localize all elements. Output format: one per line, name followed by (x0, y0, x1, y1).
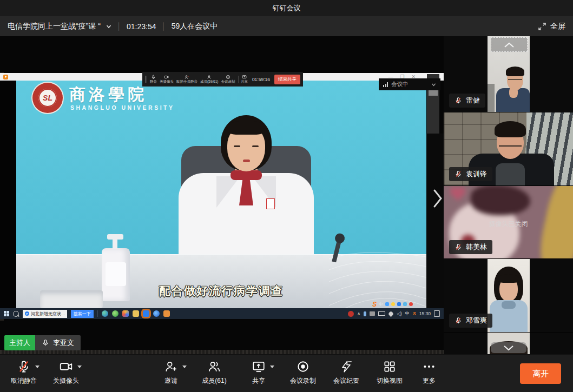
participant-name-pill: 雷健 (449, 94, 485, 108)
notification-icon[interactable] (434, 310, 440, 317)
shared-camera-label: 关摄像头 (160, 80, 174, 84)
shared-share-button[interactable]: 共享 (241, 75, 248, 84)
more-button[interactable]: 更多 (408, 360, 450, 386)
meeting-status-pill[interactable]: 会议中 (379, 78, 440, 90)
leave-button[interactable]: 离开 (520, 363, 561, 384)
screen-share-view[interactable]: — ❐ ✕ SL 商洛學院 SHANGLUO UNIVERSITY (0, 36, 444, 354)
signal-bars-icon (383, 82, 388, 87)
lecture-video: SL 商洛學院 SHANGLUO UNIVERSITY (16, 81, 426, 308)
active-app-icon[interactable] (143, 310, 149, 317)
dropdown-caret-icon[interactable] (35, 366, 39, 368)
dropdown-caret-icon[interactable] (77, 366, 82, 368)
switch-view-button[interactable]: 切换视图 (368, 360, 411, 386)
meeting-status-label: 会议中 (391, 81, 409, 88)
fullscreen-button[interactable]: 全屏 (538, 22, 565, 31)
video-background (488, 84, 495, 112)
tray-app-icon[interactable] (348, 311, 354, 317)
sogou-tray-icon[interactable]: S (413, 311, 416, 316)
mic-icon (151, 75, 156, 79)
mic-muted-icon (455, 317, 462, 324)
ime-indicator[interactable]: 中 (405, 310, 410, 317)
shared-mute-button[interactable]: 静音 (150, 75, 157, 84)
participant-tile[interactable]: 邓雪爽 (444, 259, 573, 332)
tray-snip-icon[interactable] (370, 311, 375, 316)
mic-tool-icon (397, 302, 401, 306)
shared-record-button[interactable]: 会议录制 (221, 75, 235, 84)
app-icon-green[interactable] (112, 310, 118, 317)
mic-muted-icon (455, 97, 462, 104)
meeting-title: 电信学院同上一堂战“疫”课 “ (8, 22, 101, 31)
participant-tile[interactable]: 雷健 (444, 36, 573, 112)
chevron-down-icon[interactable] (431, 82, 436, 87)
app-icon-orange[interactable] (163, 310, 170, 317)
minutes-button[interactable]: 会议纪要 (325, 360, 367, 386)
app-icon-blue[interactable] (153, 310, 160, 317)
tray-clock[interactable]: 15:30 (419, 311, 431, 316)
invite-button[interactable]: 邀请 (150, 360, 192, 386)
emoji-icon (391, 302, 395, 306)
shared-members-label: 成员(59/61) (200, 80, 219, 84)
battery-icon[interactable] (378, 311, 385, 316)
drag-handle-icon[interactable] (145, 76, 147, 83)
unmute-button[interactable]: 取消静音 (3, 360, 45, 386)
members-button[interactable]: 成员(61) (193, 360, 235, 386)
windows-start-icon[interactable] (4, 311, 9, 316)
shared-camera-button[interactable]: 关摄像头 (160, 75, 174, 84)
video-letterbox-right (426, 134, 444, 308)
volume-icon[interactable]: ◁) (397, 311, 401, 316)
shared-members-button[interactable]: 成员(59/61) (200, 75, 219, 84)
participant-figure (499, 141, 522, 147)
scroll-up-button[interactable] (491, 37, 528, 52)
app-icon-triangle[interactable] (122, 310, 129, 317)
file-explorer-icon[interactable] (133, 310, 139, 317)
camera-off-text: 摄像头已关闭 (444, 220, 573, 229)
fullscreen-icon (538, 22, 546, 31)
host-badge: 主持人 (4, 335, 35, 350)
minutes-flash-icon (339, 360, 353, 374)
wifi-icon[interactable] (388, 310, 394, 316)
participant-tile[interactable]: 袁训锋 (444, 112, 573, 185)
host-name: 李亚文 (53, 338, 74, 348)
participant-figure (506, 67, 524, 76)
taskbar-search-button[interactable]: 搜索一下 (71, 310, 94, 318)
share-screen-icon (252, 360, 266, 374)
scroll-down-button[interactable] (491, 342, 526, 353)
dropdown-caret-icon[interactable] (270, 366, 274, 368)
shared-meeting-duration: 01:59:16 (252, 77, 270, 82)
more-dots-icon (422, 360, 436, 374)
tray-mic-icon[interactable] (364, 311, 366, 316)
participants-sidebar: 雷健 袁训锋 (444, 36, 573, 354)
ime-cn-icon: 中 (379, 301, 383, 307)
meeting-duration: 01:23:54 (127, 22, 156, 31)
main-stage: — ❐ ✕ SL 商洛學院 SHANGLUO UNIVERSITY (0, 36, 573, 354)
minutes-label: 会议纪要 (333, 376, 359, 386)
taskbar-search-icon[interactable] (13, 311, 19, 317)
shared-app-icon (3, 75, 8, 79)
presenter-fringe (226, 121, 266, 135)
edge-browser-icon[interactable] (102, 310, 108, 317)
participant-name: 雷健 (466, 96, 480, 105)
tray-expand-icon[interactable]: ∧ (357, 311, 360, 316)
chevron-down-icon[interactable] (106, 24, 111, 29)
next-page-arrow[interactable] (432, 188, 443, 209)
mic-muted-icon (17, 360, 31, 374)
browser-taskbar-tab[interactable]: e 河北新增无症状... (23, 310, 67, 318)
participant-name-pill: 袁训锋 (449, 167, 492, 181)
camera-off-button[interactable]: 关摄像头 (45, 360, 87, 386)
end-share-button[interactable]: 结束共享 (274, 75, 300, 84)
dropdown-caret-icon[interactable] (182, 366, 187, 368)
invite-label: 邀请 (164, 376, 177, 386)
share-button[interactable]: 共享 (238, 360, 280, 386)
video-letterbox-left (0, 81, 16, 308)
share-label: 共享 (252, 376, 265, 386)
browser-favicon: e (25, 311, 29, 316)
participant-tile[interactable] (444, 333, 573, 354)
shared-unmute-all-button[interactable]: 取消全员静音 (176, 75, 197, 84)
meeting-toolbar: 取消静音 关摄像头 邀请 成员(61) (0, 354, 573, 392)
participant-tile[interactable]: 摄像头已关闭 韩美林 (444, 186, 573, 258)
presenter-coat (179, 173, 314, 262)
record-label: 会议录制 (290, 376, 316, 386)
window-title: 钉钉会议 (273, 3, 301, 13)
presenter-badge (266, 198, 275, 209)
record-button[interactable]: 会议录制 (282, 360, 324, 386)
